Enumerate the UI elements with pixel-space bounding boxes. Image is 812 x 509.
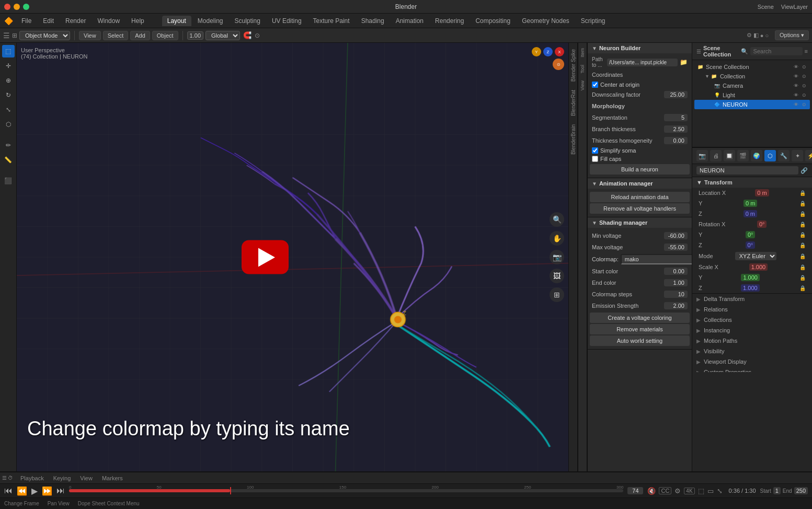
current-frame-display[interactable]: 74 [627, 487, 643, 494]
remove-voltage-button[interactable]: Remove all voltage handlers [590, 203, 690, 214]
tab-layout[interactable]: Layout [162, 16, 191, 26]
step-forward-button[interactable]: ⏩ [42, 486, 52, 496]
delta-transform-section[interactable]: ▶ Delta Transform [692, 294, 812, 304]
viewport-shading-rendered[interactable]: ○ [765, 32, 769, 39]
neuron-visibility-toggle[interactable]: 👁 [792, 101, 799, 108]
rotate-tool[interactable]: ↻ [2, 89, 15, 101]
tab-compositing[interactable]: Compositing [470, 16, 516, 26]
downscaling-value[interactable]: 25.00 [664, 91, 688, 98]
light-disable-toggle[interactable]: ⊙ [800, 91, 808, 99]
render-icon[interactable]: 🖼 [550, 269, 564, 283]
viewport[interactable]: Z User Perspective (74) Collection | NEU… [17, 43, 568, 471]
view-btn[interactable]: View [79, 31, 101, 40]
view-tab[interactable]: View [579, 77, 586, 94]
mode-lock[interactable]: 🔒 [799, 253, 806, 259]
timeline-playhead[interactable] [230, 487, 231, 494]
props-view-layer-icon[interactable]: 🔲 [724, 150, 735, 161]
min-voltage-value[interactable]: -60.00 [664, 232, 688, 239]
tab-animation[interactable]: Animation [391, 16, 429, 26]
tree-item-neuron[interactable]: 🔷 NEURON 👁 ⊙ [694, 100, 810, 109]
props-physics-icon[interactable]: ⚡ [805, 150, 812, 161]
scale-z-field[interactable]: 1.000 [741, 284, 760, 292]
props-output-icon[interactable]: 🖨 [710, 150, 722, 161]
emission-strength-value[interactable]: 2.00 [664, 302, 688, 309]
props-modifier-icon[interactable]: 🔧 [778, 150, 790, 161]
mode-select[interactable]: Object Mode [19, 31, 70, 40]
timeline-track[interactable] [69, 489, 623, 492]
fullscreen-button[interactable]: ⤡ [717, 487, 723, 495]
move-tool[interactable]: ⊕ [2, 74, 15, 87]
path-browse-icon[interactable]: 📁 [680, 59, 688, 66]
measure-tool[interactable]: 📏 [2, 154, 15, 166]
light-visibility-toggle[interactable]: 👁 [792, 91, 799, 99]
fill-caps-checkbox[interactable] [592, 156, 598, 162]
youtube-play-button[interactable] [242, 240, 289, 274]
path-input[interactable] [607, 59, 678, 66]
col-disable-toggle[interactable]: ⊙ [800, 73, 808, 80]
blenderbrain-tab[interactable]: BlenderBrain [569, 120, 577, 159]
props-particles-icon[interactable]: ✦ [792, 150, 803, 161]
gizmo-sphere[interactable]: ⊙ [553, 59, 564, 70]
grid-icon[interactable]: ⊞ [550, 287, 564, 302]
end-frame-value[interactable]: 250 [794, 487, 808, 494]
mute-audio-button[interactable]: 🔇 [647, 487, 656, 495]
link-icon[interactable]: 🔗 [800, 167, 808, 174]
remove-materials-button[interactable]: Remove materials [590, 324, 690, 334]
select-box-tool[interactable]: ⬚ [2, 45, 15, 57]
theater-button[interactable]: ▭ [707, 487, 714, 495]
view-tab[interactable]: View [76, 474, 97, 482]
blenderrat-tab[interactable]: BlenderRat [569, 86, 577, 120]
start-frame-value[interactable]: 1 [773, 487, 781, 494]
cam-visibility-toggle[interactable]: 👁 [792, 82, 799, 89]
zoom-in-icon[interactable]: 🔍 [550, 212, 564, 227]
visibility-toggle[interactable]: 👁 [792, 63, 799, 71]
tree-item-light[interactable]: 💡 Light 👁 ⊙ [694, 90, 810, 100]
playback-tab[interactable]: Playback [16, 474, 48, 482]
menu-window[interactable]: Window [92, 16, 125, 26]
blender-spike-tab[interactable]: Blender Spike [569, 45, 577, 86]
tab-shading[interactable]: Shading [356, 16, 390, 26]
object-name-input[interactable] [696, 166, 798, 175]
center-at-origin-checkbox[interactable] [592, 82, 598, 88]
scale-y-lock[interactable]: 🔒 [799, 275, 806, 281]
annotate-tool[interactable]: ✏ [2, 139, 15, 152]
settings-button[interactable]: ⚙ [674, 487, 681, 495]
loc-x-field[interactable]: 0 m [755, 189, 769, 196]
colormap-steps-value[interactable]: 10 [664, 291, 688, 298]
outliner-filter-icon[interactable]: ≡ [805, 48, 808, 54]
tab-modeling[interactable]: Modeling [192, 16, 228, 26]
tree-item-scene-collection[interactable]: 📁 Scene Collection 👁 ⊙ [694, 62, 810, 72]
start-color-value[interactable]: 0.00 [664, 268, 688, 275]
loc-z-lock[interactable]: 🔒 [799, 211, 806, 217]
rot-x-field[interactable]: 0° [757, 221, 767, 228]
loc-y-field[interactable]: 0 m [744, 200, 757, 207]
custom-properties-section[interactable]: ▶ Custom Properties [692, 367, 812, 372]
loc-x-lock[interactable]: 🔒 [799, 190, 806, 196]
youtube-overlay[interactable] [242, 240, 289, 274]
play-pause-button[interactable]: ▶ [31, 486, 38, 496]
object-btn[interactable]: Object [152, 31, 178, 40]
jump-start-button[interactable]: ⏮ [4, 486, 13, 495]
collections-section[interactable]: ▶ Collections [692, 315, 812, 325]
simplify-soma-checkbox[interactable] [592, 147, 598, 154]
add-cube-tool[interactable]: ⬛ [2, 175, 15, 187]
branch-thickness-value[interactable]: 2.50 [664, 125, 688, 133]
reload-animation-button[interactable]: Reload animation data [590, 192, 690, 202]
props-scene-icon[interactable]: 🎬 [737, 150, 749, 161]
cursor-tool[interactable]: ✛ [2, 60, 15, 72]
scale-tool[interactable]: ⤡ [2, 103, 15, 116]
rotation-mode-select[interactable]: XYZ Euler [735, 252, 776, 260]
visibility-section[interactable]: ▶ Visibility [692, 346, 812, 356]
animation-manager-header[interactable]: ▼ Animation manager [588, 178, 692, 189]
add-btn[interactable]: Add [130, 31, 150, 40]
viewport-display-section[interactable]: ▶ Viewport Display [692, 356, 812, 367]
captions-button[interactable]: CC [659, 487, 671, 494]
thickness-homogeneity-value[interactable]: 0.00 [664, 137, 688, 144]
max-voltage-value[interactable]: -55.00 [664, 244, 688, 251]
shading-manager-header[interactable]: ▼ Shading manager [588, 217, 692, 228]
tab-texture-paint[interactable]: Texture Paint [308, 16, 355, 26]
motion-paths-section[interactable]: ▶ Motion Paths [692, 336, 812, 346]
jump-end-button[interactable]: ⏭ [56, 486, 65, 495]
disable-toggle[interactable]: ⊙ [800, 63, 808, 71]
tree-item-camera[interactable]: 📷 Camera 👁 ⊙ [694, 81, 810, 90]
